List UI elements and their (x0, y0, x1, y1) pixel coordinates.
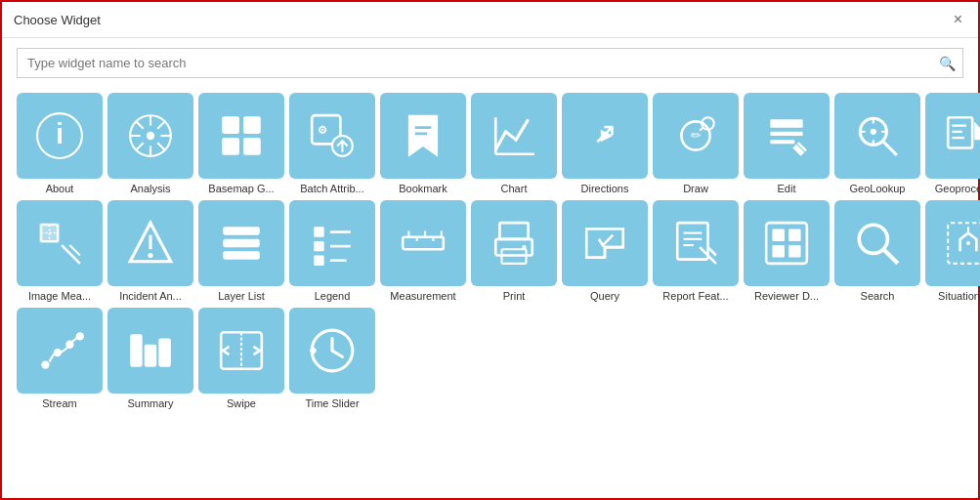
svg-rect-53 (314, 256, 323, 266)
widget-item-summary[interactable]: Summary (107, 308, 193, 410)
widget-item-timeslider[interactable]: Time Slider (289, 308, 375, 410)
svg-rect-65 (677, 223, 707, 259)
widget-label-directions: Directions (581, 183, 629, 195)
widget-item-report[interactable]: Report Feat... (653, 200, 739, 303)
choose-widget-dialog: Choose Widget × 🔍 iAboutAnalysisBasemap … (0, 0, 980, 500)
svg-rect-72 (772, 245, 785, 258)
widget-item-search[interactable]: Search (834, 200, 920, 303)
widget-item-draw[interactable]: ✏Draw (653, 93, 739, 195)
widget-item-geoprocess[interactable]: Geoprocess... (925, 93, 980, 195)
widget-label-batch: Batch Attrib... (300, 183, 363, 195)
widget-label-query: Query (590, 290, 619, 303)
svg-rect-15 (243, 138, 261, 155)
widget-row-2: StreamSummarySwipeTime Slider (17, 308, 963, 410)
widget-row-1: Image Mea...Incident An...Layer ListLege… (17, 200, 963, 303)
widget-label-geoprocess: Geoprocess... (935, 183, 980, 195)
dialog-title: Choose Widget (14, 13, 101, 27)
edit-icon (744, 93, 830, 179)
svg-rect-70 (772, 229, 785, 242)
svg-rect-51 (314, 241, 323, 251)
svg-point-45 (148, 253, 152, 258)
svg-line-10 (157, 121, 164, 128)
report-icon (653, 200, 739, 286)
svg-point-79 (41, 361, 49, 369)
draw-icon: ✏ (653, 93, 739, 179)
widget-item-imagemea[interactable]: Image Mea... (17, 200, 103, 303)
widget-label-measurement: Measurement (390, 290, 455, 303)
svg-rect-49 (314, 228, 323, 237)
svg-rect-71 (788, 229, 801, 242)
widget-item-bookmark[interactable]: Bookmark (380, 93, 466, 195)
svg-rect-84 (145, 345, 157, 367)
widget-item-print[interactable]: Print (471, 200, 557, 303)
widget-row-0: iAboutAnalysisBasemap G...⚙Batch Attrib.… (17, 93, 963, 195)
widget-item-edit[interactable]: Edit (744, 93, 830, 195)
svg-rect-69 (766, 223, 807, 264)
bookmark-icon (380, 93, 466, 179)
svg-point-64 (522, 245, 526, 249)
widget-item-measurement[interactable]: Measurement (380, 200, 466, 303)
geolookup-icon (834, 93, 920, 179)
svg-point-74 (859, 225, 887, 253)
svg-line-8 (136, 121, 143, 128)
widget-label-imagemea: Image Mea... (28, 290, 91, 303)
summary-icon (107, 308, 193, 394)
reviewer-icon (744, 200, 830, 286)
svg-rect-73 (788, 245, 801, 258)
widget-item-basemap[interactable]: Basemap G... (198, 93, 284, 195)
widget-item-batch[interactable]: ⚙Batch Attrib... (289, 93, 375, 195)
widget-item-geolookup[interactable]: GeoLookup (834, 93, 920, 195)
widget-item-situation[interactable]: Situation A... (925, 200, 980, 303)
widget-item-swipe[interactable]: Swipe (198, 308, 284, 410)
layerlist-icon (198, 200, 284, 286)
widget-label-basemap: Basemap G... (208, 183, 274, 195)
directions-icon: ↗ (562, 93, 648, 179)
svg-text:✏: ✏ (691, 129, 702, 143)
widget-label-about: About (46, 183, 74, 195)
widget-item-directions[interactable]: ↗Directions (562, 93, 648, 195)
svg-rect-47 (223, 239, 260, 247)
widget-item-incident[interactable]: Incident An... (107, 200, 193, 303)
widget-label-geolookup: GeoLookup (850, 183, 906, 195)
svg-rect-61 (499, 223, 528, 239)
svg-line-9 (157, 143, 164, 149)
basemap-icon (198, 93, 284, 179)
svg-rect-46 (223, 228, 260, 235)
widget-label-stream: Stream (42, 397, 76, 410)
dialog-header: Choose Widget × (2, 2, 978, 38)
widget-label-incident: Incident An... (119, 290, 182, 303)
widgets-grid: iAboutAnalysisBasemap G...⚙Batch Attrib.… (2, 88, 978, 421)
svg-rect-48 (223, 252, 260, 260)
search-input[interactable] (17, 48, 963, 78)
incident-icon (107, 200, 193, 286)
widget-item-chart[interactable]: Chart (471, 93, 557, 195)
svg-rect-83 (130, 335, 143, 367)
widget-label-draw: Draw (683, 183, 708, 195)
search-icon: 🔍 (939, 56, 956, 71)
measurement-icon (380, 200, 466, 286)
svg-line-42 (62, 245, 80, 264)
widget-item-query[interactable]: Query (562, 200, 648, 303)
widget-label-print: Print (503, 290, 526, 303)
widget-item-layerlist[interactable]: Layer List (198, 200, 284, 303)
legend-icon (289, 200, 375, 286)
close-button[interactable]: × (950, 10, 966, 29)
about-icon: i (17, 93, 103, 179)
svg-line-31 (883, 142, 897, 155)
widget-label-search: Search (861, 290, 895, 303)
svg-point-3 (147, 132, 154, 140)
widget-label-bookmark: Bookmark (399, 183, 447, 195)
widget-item-stream[interactable]: Stream (17, 308, 103, 410)
widget-item-analysis[interactable]: Analysis (107, 93, 193, 195)
svg-text:i: i (56, 118, 64, 149)
stream-icon (17, 308, 103, 394)
widget-label-reviewer: Reviewer D... (754, 290, 819, 303)
svg-rect-26 (770, 119, 802, 127)
widget-label-summary: Summary (127, 397, 173, 410)
analysis-icon (107, 93, 193, 179)
widget-item-reviewer[interactable]: Reviewer D... (744, 200, 830, 303)
widget-item-about[interactable]: iAbout (17, 93, 103, 195)
svg-rect-28 (770, 140, 794, 144)
swipe-icon (198, 308, 284, 394)
widget-item-legend[interactable]: Legend (289, 200, 375, 303)
